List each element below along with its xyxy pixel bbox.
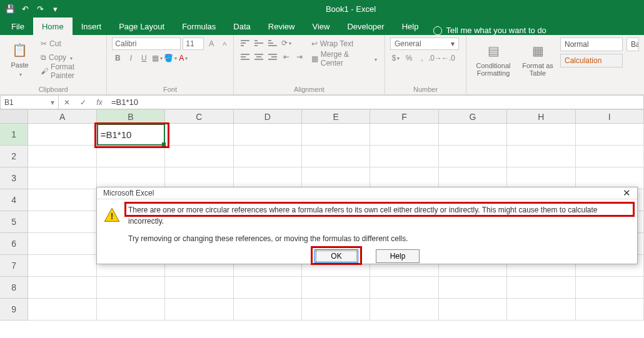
cell-B1[interactable]: =B1*10 (97, 124, 165, 146)
close-icon[interactable]: ✕ (623, 187, 631, 199)
copy-button[interactable]: ⧉Copy (38, 51, 101, 64)
cell-D3[interactable] (234, 167, 302, 189)
cell-D9[interactable] (234, 299, 302, 321)
cell-E1[interactable] (302, 124, 370, 146)
row-header-7[interactable]: 7 (0, 255, 28, 277)
tab-insert[interactable]: Insert (73, 17, 111, 35)
comma-format-button[interactable]: , (416, 52, 428, 64)
format-as-table-button[interactable]: ▦ Format as Table (519, 37, 556, 80)
tab-page-layout[interactable]: Page Layout (110, 17, 173, 35)
cell-C2[interactable] (165, 146, 233, 167)
cell-G1[interactable] (439, 124, 507, 146)
row-header-8[interactable]: 8 (0, 277, 28, 299)
decrease-font-size-button[interactable]: A (219, 38, 230, 49)
row-header-1[interactable]: 1 (0, 124, 28, 146)
cell-C8[interactable] (165, 277, 233, 299)
merge-center-button[interactable]: ▦Merge & Center (309, 52, 380, 65)
row-header-4[interactable]: 4 (0, 189, 28, 211)
tab-developer[interactable]: Developer (338, 17, 393, 35)
cell-H9[interactable] (507, 299, 575, 321)
cell-H3[interactable] (507, 167, 575, 189)
fill-color-button[interactable]: 🪣 (164, 52, 176, 64)
decrease-indent-button[interactable]: ⇤ (281, 51, 292, 62)
cell-G8[interactable] (439, 277, 507, 299)
cell-C9[interactable] (165, 299, 233, 321)
cell-D2[interactable] (234, 146, 302, 167)
align-left-button[interactable] (239, 51, 251, 62)
increase-indent-button[interactable]: ⇥ (294, 51, 305, 62)
align-bottom-button[interactable] (266, 37, 279, 49)
column-header-h[interactable]: H (507, 110, 575, 124)
format-painter-button[interactable]: 🖌Format Painter (38, 65, 101, 77)
cell-I1[interactable] (576, 124, 644, 146)
align-right-button[interactable] (266, 51, 279, 62)
tab-review[interactable]: Review (259, 17, 304, 35)
save-icon[interactable]: 💾 (4, 2, 16, 15)
increase-font-size-button[interactable]: A (206, 38, 217, 49)
column-header-f[interactable]: F (370, 110, 438, 124)
number-format-select[interactable]: General▾ (390, 37, 459, 50)
paste-dropdown-icon[interactable] (18, 70, 22, 77)
cell-F3[interactable] (370, 167, 438, 189)
font-name-select[interactable]: Calibri (112, 37, 181, 50)
cell-F8[interactable] (370, 277, 438, 299)
undo-icon[interactable]: ↶ (19, 2, 31, 15)
cell-A7[interactable] (28, 255, 96, 277)
cell-I2[interactable] (576, 146, 644, 167)
cell-E3[interactable] (302, 167, 370, 189)
cell-A9[interactable] (28, 299, 96, 321)
column-header-c[interactable]: C (165, 110, 233, 124)
help-button[interactable]: Help (376, 249, 420, 263)
column-header-i[interactable]: I (576, 110, 644, 124)
cancel-formula-button[interactable]: ✕ (59, 96, 75, 109)
borders-button[interactable]: ▦ (151, 52, 163, 64)
tab-home[interactable]: Home (33, 17, 73, 35)
tell-me-search[interactable]: Tell me what you want to do (433, 26, 546, 35)
cell-C1[interactable] (165, 124, 233, 146)
cell-G3[interactable] (439, 167, 507, 189)
cell-I3[interactable] (576, 167, 644, 189)
underline-button[interactable]: U (138, 52, 149, 64)
column-header-d[interactable]: D (234, 110, 302, 124)
cell-A2[interactable] (28, 146, 96, 167)
cell-G2[interactable] (439, 146, 507, 167)
cell-A4[interactable] (28, 189, 96, 211)
accounting-format-button[interactable]: $ (390, 52, 401, 64)
insert-function-button[interactable]: fx (91, 96, 108, 109)
orientation-button[interactable]: ⟳ (281, 37, 292, 49)
tab-formulas[interactable]: Formulas (173, 17, 224, 35)
cell-A6[interactable] (28, 233, 96, 255)
increase-decimal-button[interactable]: .0→ (430, 52, 441, 64)
cell-C3[interactable] (165, 167, 233, 189)
cell-F2[interactable] (370, 146, 438, 167)
qat-customize-icon[interactable]: ▾ (49, 2, 61, 15)
redo-icon[interactable]: ↷ (34, 2, 46, 15)
cell-style-bad[interactable]: Ba (626, 37, 639, 51)
align-center-button[interactable] (253, 51, 265, 62)
cell-I9[interactable] (576, 299, 644, 321)
row-header-6[interactable]: 6 (0, 233, 28, 255)
wrap-text-button[interactable]: ↩Wrap Text (309, 37, 380, 50)
cell-H2[interactable] (507, 146, 575, 167)
cell-G9[interactable] (439, 299, 507, 321)
cell-H8[interactable] (507, 277, 575, 299)
column-header-g[interactable]: G (439, 110, 507, 124)
cell-E2[interactable] (302, 146, 370, 167)
cell-E9[interactable] (302, 299, 370, 321)
cell-D1[interactable] (234, 124, 302, 146)
column-header-a[interactable]: A (28, 110, 96, 124)
align-top-button[interactable] (239, 37, 251, 49)
select-all-corner[interactable] (0, 110, 28, 124)
paste-button[interactable]: 📋 Paste (5, 37, 34, 80)
row-header-9[interactable]: 9 (0, 299, 28, 321)
row-header-2[interactable]: 2 (0, 146, 28, 167)
cell-A1[interactable] (28, 124, 96, 146)
percent-format-button[interactable]: % (403, 52, 415, 64)
cell-B8[interactable] (97, 277, 165, 299)
tab-file[interactable]: File (3, 17, 33, 35)
cell-I8[interactable] (576, 277, 644, 299)
cell-E8[interactable] (302, 277, 370, 299)
tab-help[interactable]: Help (393, 17, 428, 35)
cell-F9[interactable] (370, 299, 438, 321)
align-middle-button[interactable] (253, 37, 265, 49)
